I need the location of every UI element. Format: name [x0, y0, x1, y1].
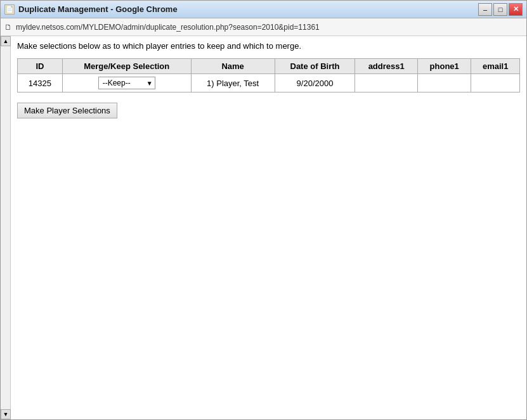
window-controls: – □ ✕	[478, 3, 523, 16]
cell-email1	[471, 74, 520, 92]
col-header-dob: Date of Birth	[275, 59, 355, 74]
cell-dob: 9/20/2000	[275, 74, 355, 92]
left-scrollbar[interactable]: ▲ ▼	[1, 36, 11, 419]
address-bar: 🗋 myldev.netsos.com/MYLDEMO/admin/duplic…	[1, 18, 526, 36]
page-content: Make selections below as to which player…	[11, 36, 526, 419]
minimize-button[interactable]: –	[478, 3, 492, 16]
cell-address1	[355, 74, 418, 92]
make-selections-button-wrapper: Make Player Selections	[17, 98, 520, 118]
restore-button[interactable]: □	[493, 3, 507, 16]
merge-keep-select[interactable]: --Keep-- --Merge--	[98, 77, 155, 89]
title-bar-left: 📄 Duplicate Management - Google Chrome	[4, 4, 178, 15]
table-header-row: ID Merge/Keep Selection Name Date of Bir…	[18, 59, 520, 74]
cell-id: 14325	[18, 74, 63, 92]
info-message: Make selections below as to which player…	[17, 41, 520, 51]
col-header-merge-keep: Merge/Keep Selection	[62, 59, 191, 74]
window-title: Duplicate Management - Google Chrome	[18, 4, 178, 14]
col-header-email1: email1	[471, 59, 520, 74]
table-row: 14325 --Keep-- --Merge-- ▼ 1) Player, Te…	[18, 74, 520, 92]
players-table: ID Merge/Keep Selection Name Date of Bir…	[17, 58, 520, 92]
scroll-track	[1, 46, 10, 409]
url-field[interactable]: myldev.netsos.com/MYLDEMO/admin/duplicat…	[16, 23, 523, 32]
scroll-down-arrow[interactable]: ▼	[1, 409, 11, 419]
col-header-id: ID	[18, 59, 63, 74]
cell-merge-select[interactable]: --Keep-- --Merge-- ▼	[62, 74, 191, 92]
browser-window: 📄 Duplicate Management - Google Chrome –…	[0, 0, 527, 420]
cell-name: 1) Player, Test	[191, 74, 275, 92]
make-selections-button[interactable]: Make Player Selections	[17, 103, 117, 118]
col-header-phone1: phone1	[418, 59, 471, 74]
col-header-name: Name	[191, 59, 275, 74]
close-button[interactable]: ✕	[509, 3, 523, 16]
main-layout: ▲ ▼ Make selections below as to which pl…	[1, 36, 526, 419]
page-icon: 🗋	[4, 23, 12, 32]
select-wrapper: --Keep-- --Merge-- ▼	[98, 77, 155, 89]
col-header-address1: address1	[355, 59, 418, 74]
cell-phone1	[418, 74, 471, 92]
title-bar: 📄 Duplicate Management - Google Chrome –…	[1, 1, 526, 18]
browser-icon: 📄	[4, 4, 15, 15]
scroll-up-arrow[interactable]: ▲	[1, 36, 11, 46]
